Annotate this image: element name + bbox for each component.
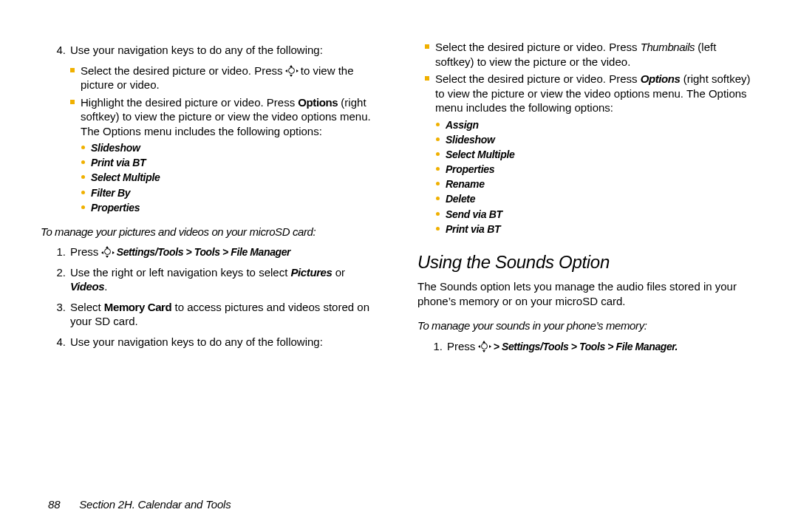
step-4b: 4. Use your navigation keys to do any of… (48, 335, 381, 349)
option-item: Filter By (91, 186, 381, 200)
sub-sub-bullet: Slideshow (436, 133, 757, 146)
sub-sub-bullet: Assign (436, 118, 757, 132)
sub-sub-bullet: Print via BT (81, 156, 381, 169)
sub-sub-bullet: Slideshow (81, 141, 381, 154)
round-bullet-icon (436, 227, 440, 231)
sub-text: Select the desired picture or video. Pre… (435, 72, 757, 115)
round-bullet-icon (436, 123, 440, 126)
square-bullet-icon (425, 76, 429, 81)
sub-text: Highlight the desired picture or video. … (81, 95, 381, 139)
round-bullet-icon (436, 137, 440, 141)
round-bullet-icon (436, 152, 440, 156)
paragraph: The Sounds option lets you manage the au… (417, 279, 757, 308)
subheading: To manage your sounds in your phone’s me… (417, 318, 757, 333)
step-text: Use your navigation keys to do any of th… (70, 43, 381, 58)
step-text: Press > Settings/Tools > Tools > File Ma… (447, 339, 757, 354)
step-number: 4. (48, 335, 66, 349)
square-bullet-icon (425, 44, 429, 49)
option-item: Delete (446, 192, 757, 205)
step-text: Use your navigation keys to do any of th… (70, 335, 381, 349)
option-item: Select Multiple (91, 171, 381, 184)
option-item: Send via BT (446, 208, 757, 221)
section-heading: Using the Sounds Option (417, 250, 757, 273)
square-bullet-icon (70, 100, 75, 104)
option-item: Rename (446, 177, 757, 191)
text-fragment: Select the desired picture or video. Pre… (435, 72, 641, 85)
text-fragment: Select the desired picture or video. Pre… (435, 41, 641, 53)
sub-bullet: Select the desired picture or video. Pre… (70, 64, 381, 92)
two-columns: 4. Use your navigation keys to do any of… (41, 37, 757, 359)
option-item: Print via BT (91, 156, 381, 169)
round-bullet-icon (81, 205, 85, 209)
sub-bullet: Select the desired picture or video. Pre… (425, 72, 757, 115)
sub-sub-bullet: Properties (81, 201, 381, 214)
step-4: 4. Use your navigation keys to do any of… (48, 43, 381, 58)
option-item: Slideshow (91, 141, 381, 154)
step-2: 2. Use the right or left navigation keys… (48, 265, 381, 294)
nav-key-icon (479, 341, 491, 352)
nav-key-icon (286, 66, 298, 76)
sub-sub-bullet: Select Multiple (81, 171, 381, 184)
sub-sub-bullet: Print via BT (436, 222, 757, 236)
step-1: 1. Press > Settings/Tools > Tools > File… (425, 339, 757, 354)
step-number: 1. (48, 245, 66, 259)
option-item: Slideshow (446, 133, 757, 146)
page: 4. Use your navigation keys to do any of… (0, 0, 798, 532)
sub-text: Select the desired picture or video. Pre… (435, 40, 757, 69)
menu-path: Settings/Tools > Tools > File Manager (117, 246, 290, 258)
text-fragment: Select (70, 301, 104, 313)
page-footer: 88 Section 2H. Calendar and Tools (48, 497, 231, 512)
option-item: Properties (91, 201, 381, 214)
text-fragment: Press (70, 245, 102, 258)
sub-sub-bullet: Send via BT (436, 208, 757, 221)
round-bullet-icon (81, 146, 85, 149)
square-bullet-icon (70, 68, 75, 72)
text-fragment: Use the right or left navigation keys to… (70, 266, 290, 279)
option-item: Properties (446, 163, 757, 176)
step-text: Use the right or left navigation keys to… (70, 265, 381, 294)
step-number: 2. (48, 265, 66, 280)
menu-path: > Settings/Tools > Tools > File Manager. (494, 341, 678, 352)
sub-sub-bullet: Properties (436, 163, 757, 176)
step-3: 3. Select Memory Card to access pictures… (48, 300, 381, 329)
step-number: 3. (48, 300, 66, 315)
options-label: Options (641, 72, 681, 85)
text-fragment: . (104, 280, 107, 293)
round-bullet-icon (436, 182, 440, 185)
sub-text: Select the desired picture or video. Pre… (81, 64, 381, 92)
option-item: Assign (446, 118, 757, 132)
left-column: 4. Use your navigation keys to do any of… (41, 37, 381, 359)
round-bullet-icon (81, 160, 85, 164)
thumbnails-label: Thumbnails (641, 41, 695, 53)
sub-sub-bullet: Rename (436, 177, 757, 191)
round-bullet-icon (81, 175, 85, 179)
round-bullet-icon (81, 191, 85, 194)
subheading: To manage your pictures and videos on yo… (41, 225, 381, 239)
step-number: 4. (48, 43, 66, 58)
round-bullet-icon (436, 212, 440, 216)
step-number: 1. (425, 339, 443, 354)
step-text: Press Settings/Tools > Tools > File Mana… (70, 245, 381, 259)
sub-sub-bullet: Delete (436, 192, 757, 205)
section-label: Section 2H. Calendar and Tools (79, 498, 231, 511)
pictures-label: Pictures (290, 266, 332, 279)
round-bullet-icon (436, 197, 440, 200)
sub-sub-bullet: Filter By (81, 186, 381, 200)
sub-sub-bullet: Select Multiple (436, 148, 757, 161)
memory-card-label: Memory Card (104, 301, 171, 313)
text-fragment: Press (447, 340, 479, 352)
sub-bullet: Select the desired picture or video. Pre… (425, 40, 757, 69)
page-number: 88 (48, 498, 60, 511)
text-fragment: Select the desired picture or video. Pre… (81, 64, 286, 77)
videos-label: Videos (70, 280, 104, 293)
step-text: Select Memory Card to access pictures an… (70, 300, 381, 329)
nav-key-icon (102, 247, 114, 257)
text-fragment: or (332, 266, 345, 279)
right-column: Select the desired picture or video. Pre… (417, 37, 757, 359)
option-item: Print via BT (446, 222, 757, 236)
sub-bullet: Highlight the desired picture or video. … (70, 95, 381, 139)
text-fragment: Highlight the desired picture or video. … (81, 96, 298, 109)
options-label: Options (298, 96, 338, 109)
option-item: Select Multiple (446, 148, 757, 161)
step-1: 1. Press Settings/Tools > Tools > File M… (48, 245, 381, 259)
